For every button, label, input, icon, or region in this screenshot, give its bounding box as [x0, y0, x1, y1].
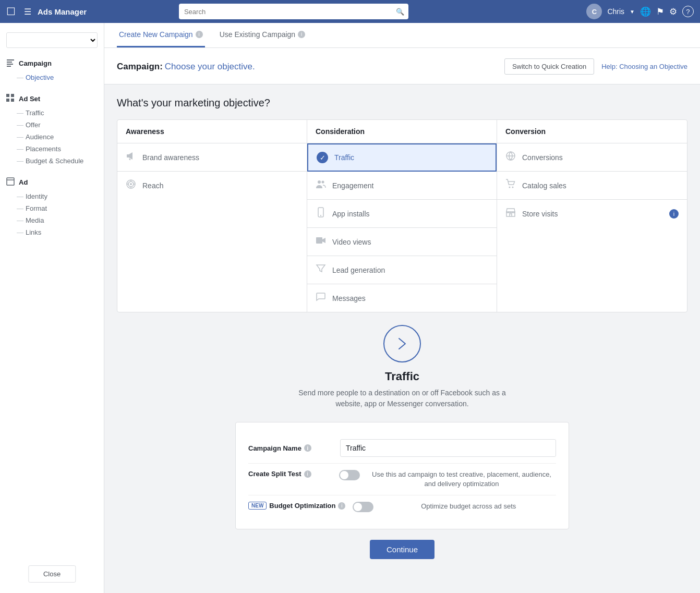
username-label: Chris [607, 7, 624, 16]
sidebar-item-links[interactable]: Links [17, 226, 104, 238]
main-content: Create New Campaign i Use Existing Campa… [104, 23, 700, 593]
phone-icon [316, 207, 326, 220]
search-icon: 🔍 [396, 8, 404, 16]
campaign-icon [6, 58, 15, 68]
campaign-name-row: Campaign Name i [248, 433, 556, 464]
store-icon [505, 207, 516, 220]
svg-rect-17 [316, 237, 322, 244]
conversion-header: Conversion [497, 120, 687, 143]
obj-store-visits[interactable]: Store visits i [497, 200, 687, 227]
quick-creation-button[interactable]: Switch to Quick Creation [504, 58, 594, 75]
target-icon [126, 179, 136, 192]
awareness-header: Awareness [117, 120, 307, 143]
layout: Campaign Objective Ad Set Traffic Offer … [0, 23, 700, 593]
sidebar-section-adset: Ad Set Traffic Offer Audience Placements… [0, 91, 104, 167]
sidebar-adset-tree: Traffic Offer Audience Placements Budget… [0, 107, 104, 167]
store-visits-info-icon: i [669, 209, 679, 219]
objective-grid: Awareness Brand awareness Reach [117, 119, 687, 312]
obj-catalog-sales[interactable]: Catalog sales [497, 172, 687, 200]
tab-create-info-icon: i [196, 31, 203, 38]
continue-button[interactable]: Continue [370, 540, 435, 559]
help-icon[interactable]: ? [682, 6, 694, 17]
sidebar-campaign-tree: Objective [0, 71, 104, 83]
app-installs-label: App installs [332, 210, 370, 218]
conversion-column: Conversion Conversions Catalog sales [497, 120, 687, 312]
split-test-label: Create Split Test [248, 470, 301, 478]
brand-label: Ads Manager [38, 7, 87, 16]
sidebar-item-traffic[interactable]: Traffic [17, 107, 104, 119]
sidebar-item-budget-schedule[interactable]: Budget & Schedule [17, 155, 104, 167]
chat-icon [316, 292, 326, 305]
campaign-title-text: Choose your objective. [165, 62, 255, 71]
obj-messages[interactable]: Messages [307, 284, 497, 312]
sidebar-item-format[interactable]: Format [17, 202, 104, 214]
sidebar-section-ad: Ad Identity Format Media Links [0, 174, 104, 238]
engagement-label: Engagement [332, 181, 373, 190]
svg-point-19 [509, 187, 511, 188]
flag-icon[interactable]: ⚑ [656, 6, 664, 17]
sidebar-item-audience[interactable]: Audience [17, 131, 104, 143]
obj-reach[interactable]: Reach [117, 172, 307, 199]
adset-label: Ad Set [19, 95, 40, 103]
sidebar-ad-tree: Identity Format Media Links [0, 190, 104, 238]
sidebar-dropdown[interactable] [6, 32, 98, 48]
objective-section: What's your marketing objective? Awarene… [104, 84, 700, 593]
objective-question: What's your marketing objective? [117, 97, 687, 109]
campaign-form: Campaign Name i Create Split Test i Use … [235, 422, 569, 529]
sidebar-item-placements[interactable]: Placements [17, 143, 104, 155]
menu-icon[interactable]: ☰ [24, 7, 31, 17]
obj-brand-awareness[interactable]: Brand awareness [117, 143, 307, 172]
obj-engagement[interactable]: Engagement [307, 172, 497, 200]
campaign-title: Campaign: Choose your objective. [117, 62, 255, 72]
sidebar-item-media[interactable]: Media [17, 214, 104, 226]
sidebar-adset-header: Ad Set [0, 91, 104, 107]
budget-opt-toggle[interactable] [353, 502, 373, 512]
campaign-name-info-icon: i [304, 444, 311, 452]
obj-conversions[interactable]: Conversions [497, 143, 687, 172]
split-test-info-icon: i [304, 470, 311, 478]
gear-icon[interactable]: ⚙ [669, 6, 677, 17]
svg-rect-8 [7, 178, 14, 185]
check-icon: ✓ [317, 152, 328, 163]
messages-label: Messages [332, 294, 366, 302]
new-badge: NEW [248, 502, 267, 510]
tab-use-existing[interactable]: Use Existing Campaign i [218, 23, 308, 47]
tabs-bar: Create New Campaign i Use Existing Campa… [104, 23, 700, 48]
selected-objective-icon [383, 325, 421, 362]
sidebar-dropdown-row [0, 29, 104, 51]
search-input[interactable] [179, 4, 408, 19]
caret-icon[interactable]: ▼ [630, 9, 635, 15]
catalog-sales-label: Catalog sales [522, 181, 566, 190]
help-link[interactable]: Help: Choosing an Objective [601, 63, 687, 70]
split-test-toggle[interactable] [339, 470, 360, 480]
ad-icon [6, 177, 15, 187]
tab-create-new[interactable]: Create New Campaign i [117, 23, 205, 47]
obj-lead-generation[interactable]: Lead generation [307, 256, 497, 284]
consideration-header: Consideration [307, 120, 497, 143]
campaign-name-input[interactable] [340, 439, 556, 457]
search-container: 🔍 [179, 4, 408, 19]
cart-icon [505, 179, 516, 192]
brand-awareness-label: Brand awareness [142, 153, 199, 162]
obj-video-views[interactable]: Video views [307, 228, 497, 256]
svg-rect-7 [11, 99, 14, 102]
sidebar-item-identity[interactable]: Identity [17, 190, 104, 202]
close-button[interactable]: Close [28, 565, 76, 583]
selected-description: Send more people to a destination on or … [287, 388, 517, 409]
campaign-label: Campaign [19, 59, 52, 67]
budget-opt-desc: Optimize budget across ad sets [381, 502, 556, 511]
reach-label: Reach [142, 181, 163, 190]
svg-rect-3 [7, 66, 11, 67]
selected-objective-detail: Traffic Send more people to a destinatio… [117, 325, 687, 582]
globe-icon[interactable]: 🌐 [640, 6, 651, 17]
conversions-label: Conversions [522, 153, 563, 162]
split-test-row: Create Split Test i Use this ad campaign… [248, 464, 556, 495]
people-icon [316, 179, 326, 192]
obj-app-installs[interactable]: App installs [307, 200, 497, 228]
sidebar-item-objective[interactable]: Objective [17, 71, 104, 83]
sidebar-item-offer[interactable]: Offer [17, 119, 104, 131]
obj-traffic[interactable]: ✓ Traffic [307, 143, 497, 172]
campaign-header: Campaign: Choose your objective. Switch … [104, 48, 700, 84]
sidebar-campaign-header: Campaign [0, 55, 104, 71]
svg-rect-5 [11, 94, 14, 97]
